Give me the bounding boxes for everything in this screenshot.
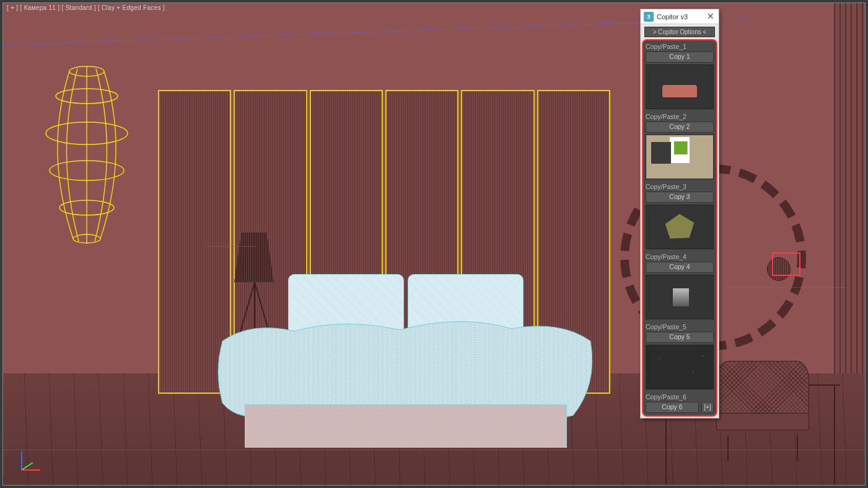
- copy-slot: Copy/Paste_4 Copy 4: [644, 252, 715, 322]
- slot-thumbnail[interactable]: [646, 205, 714, 249]
- copitor-options-button[interactable]: > Copitor Options <: [644, 27, 715, 37]
- slot-label: Copy/Paste_2: [646, 112, 714, 122]
- slot-thumbnail[interactable]: [646, 64, 714, 109]
- slot-thumbnail[interactable]: [646, 345, 714, 389]
- svg-line-9: [22, 463, 33, 470]
- slot-list-highlighted: Copy/Paste_1 Copy 1 Copy/Paste_2 Copy 2 …: [642, 39, 717, 417]
- copy-button[interactable]: Copy 1: [646, 51, 714, 63]
- desk-leg: [834, 386, 835, 485]
- bed-base: [245, 404, 567, 448]
- bed-selected-object: [214, 274, 598, 448]
- slot-label: Copy/Paste_6: [646, 393, 714, 402]
- scene-root: [3, 3, 865, 485]
- 3d-viewport[interactable]: [ + ] [ Камера 11 ] [ Standard ] [ Clay …: [2, 2, 866, 486]
- pendant-svg: [40, 47, 133, 257]
- axis-gizmo-icon: [15, 449, 43, 476]
- copy-button[interactable]: Copy 4: [646, 262, 714, 273]
- copy-slot: Copy/Paste_6 Copy 6 [+]: [644, 392, 715, 415]
- chair-back: [716, 361, 809, 417]
- slot-label: Copy/Paste_1: [646, 42, 714, 51]
- copy-slot: Copy/Paste_1 Copy 1: [644, 42, 715, 112]
- slot-label: Copy/Paste_5: [646, 322, 714, 332]
- chair-seat: [716, 413, 809, 430]
- add-slot-button[interactable]: [+]: [701, 402, 714, 413]
- thumbnail-content: [664, 214, 696, 239]
- titlebar[interactable]: 3 Copitor v3 ✕: [641, 9, 719, 24]
- slot-label: Copy/Paste_4: [646, 252, 714, 262]
- pendant-lamp-wireframe: [40, 47, 133, 257]
- selection-bracket: [772, 252, 800, 276]
- slot-thumbnail[interactable]: [646, 275, 714, 319]
- app-icon: 3: [644, 12, 654, 22]
- copy-slot: Copy/Paste_2 Copy 2: [644, 112, 715, 182]
- chair-leg: [797, 435, 798, 461]
- window-title: Copitor v3: [657, 13, 703, 20]
- thumbnail-content: [662, 85, 697, 97]
- camera-guide-line: [3, 450, 866, 450]
- camera-guide-line: [3, 19, 747, 45]
- slot-thumbnail[interactable]: [646, 135, 714, 179]
- viewport-label[interactable]: [ + ] [ Камера 11 ] [ Standard ] [ Clay …: [7, 4, 165, 11]
- chair-object: [716, 361, 809, 448]
- camera-guide-line: [728, 287, 846, 288]
- copy-slot: Copy/Paste_5 Copy 5: [644, 322, 715, 392]
- slot-label: Copy/Paste_3: [646, 182, 714, 192]
- camera-guide-line: [208, 246, 256, 247]
- thumbnail-content: [673, 288, 689, 306]
- close-icon[interactable]: ✕: [703, 9, 719, 24]
- copy-button[interactable]: Copy 2: [646, 122, 714, 133]
- copitor-window[interactable]: 3 Copitor v3 ✕ > Copitor Options < Copy/…: [640, 9, 719, 419]
- copy-slot: Copy/Paste_3 Copy 3: [644, 182, 715, 252]
- copy-button[interactable]: Copy 5: [646, 332, 714, 343]
- copy-button[interactable]: Copy 6: [646, 402, 699, 413]
- copy-button[interactable]: Copy 3: [646, 192, 714, 203]
- chair-leg: [727, 435, 729, 461]
